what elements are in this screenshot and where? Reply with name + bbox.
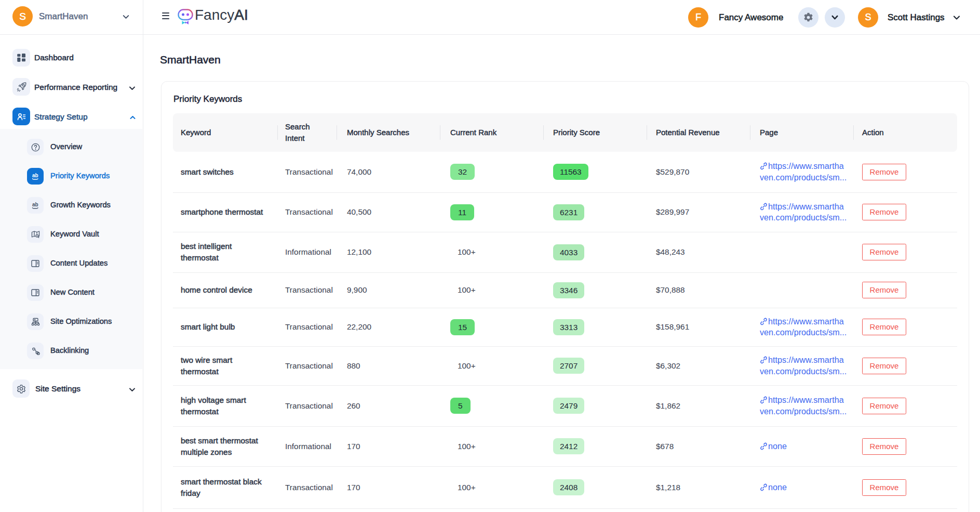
svg-text:ab: ab — [32, 173, 38, 178]
svg-text:ab: ab — [32, 202, 38, 207]
